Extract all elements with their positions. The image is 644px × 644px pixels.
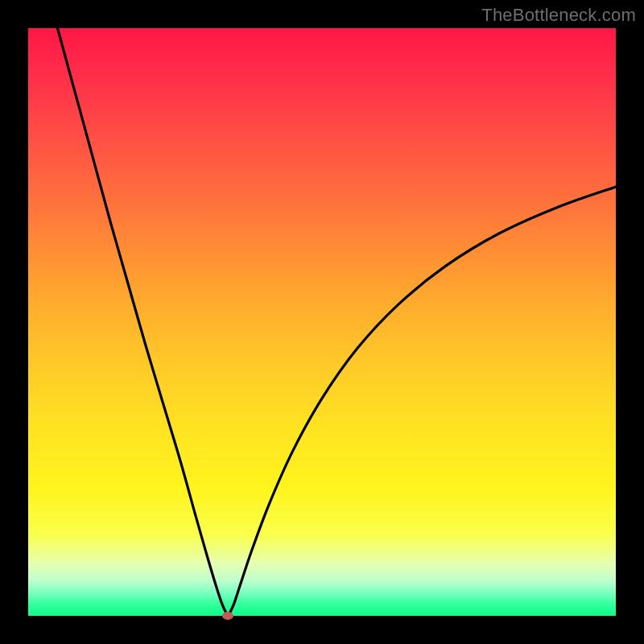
attribution-text: TheBottleneck.com	[481, 5, 636, 26]
plot-area	[28, 28, 616, 616]
bottleneck-curve	[28, 28, 616, 616]
chart-frame: TheBottleneck.com	[0, 0, 644, 644]
optimal-point-marker	[222, 612, 233, 620]
